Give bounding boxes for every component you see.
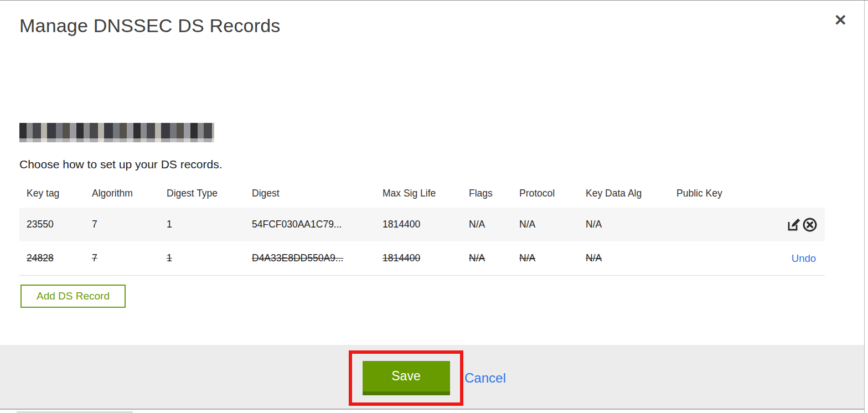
cell-max-sig-life: 1814400 [375, 241, 462, 276]
table-header-row: Key tag Algorithm Digest Type Digest Max… [19, 181, 825, 208]
cell-key-data-alg: N/A [578, 208, 669, 241]
instruction-text: Choose how to set up your DS records. [19, 158, 223, 171]
col-header-max-sig-life: Max Sig Life [375, 181, 462, 208]
col-header-public-key: Public Key [669, 181, 772, 208]
cell-key-tag: 24828 [19, 241, 85, 276]
cell-max-sig-life: 1814400 [375, 208, 462, 241]
cell-digest: D4A33E8DD550A9... [245, 241, 375, 276]
table-row-deleted: 24828 7 1 D4A33E8DD550A9... 1814400 N/A … [19, 241, 825, 276]
row-actions [772, 208, 825, 241]
edit-icon [787, 225, 801, 234]
add-ds-record-button[interactable]: Add DS Record [20, 285, 126, 308]
ds-records-table: Key tag Algorithm Digest Type Digest Max… [19, 181, 825, 276]
cell-algorithm: 7 [85, 241, 159, 276]
edit-record-button[interactable] [786, 218, 802, 232]
cell-public-key [669, 208, 772, 241]
col-header-digest-type: Digest Type [159, 181, 245, 208]
col-header-protocol: Protocol [512, 181, 578, 208]
undo-link[interactable]: Undo [792, 252, 816, 264]
cell-key-tag: 23550 [19, 208, 85, 241]
content-below-dialog [0, 410, 865, 413]
cell-digest: 54FCF030AA1C79... [245, 208, 375, 241]
col-header-digest: Digest [245, 181, 375, 208]
cell-key-data-alg: N/A [578, 241, 669, 276]
window-right-border [864, 1, 865, 413]
col-header-actions [772, 181, 825, 208]
cell-algorithm: 7 [85, 208, 159, 241]
table-row: 23550 7 1 54FCF030AA1C79... 1814400 N/A … [19, 208, 825, 241]
cell-flags: N/A [462, 208, 512, 241]
delete-icon [802, 226, 818, 234]
col-header-key-tag: Key tag [19, 181, 85, 208]
row-actions: Undo [772, 241, 825, 276]
dialog-footer: Save Cancel [0, 345, 865, 410]
col-header-flags: Flags [462, 181, 512, 208]
close-icon[interactable]: ✕ [832, 11, 849, 30]
cancel-link[interactable]: Cancel [464, 370, 506, 386]
cell-digest-type: 1 [159, 241, 245, 276]
col-header-key-data-alg: Key Data Alg [578, 181, 669, 208]
manage-dnssec-dialog: Manage DNSSEC DS Records ✕ Choose how to… [0, 0, 868, 413]
delete-record-button[interactable] [802, 217, 818, 233]
save-button[interactable]: Save [363, 361, 450, 395]
cell-protocol: N/A [512, 208, 578, 241]
redacted-domain-name [19, 123, 214, 142]
cell-protocol: N/A [512, 241, 578, 276]
cell-flags: N/A [462, 241, 512, 276]
col-header-algorithm: Algorithm [85, 181, 159, 208]
cell-public-key [669, 241, 772, 276]
page-title: Manage DNSSEC DS Records [19, 15, 281, 37]
cell-digest-type: 1 [159, 208, 245, 241]
annotation-highlight-box: Save [349, 350, 463, 406]
